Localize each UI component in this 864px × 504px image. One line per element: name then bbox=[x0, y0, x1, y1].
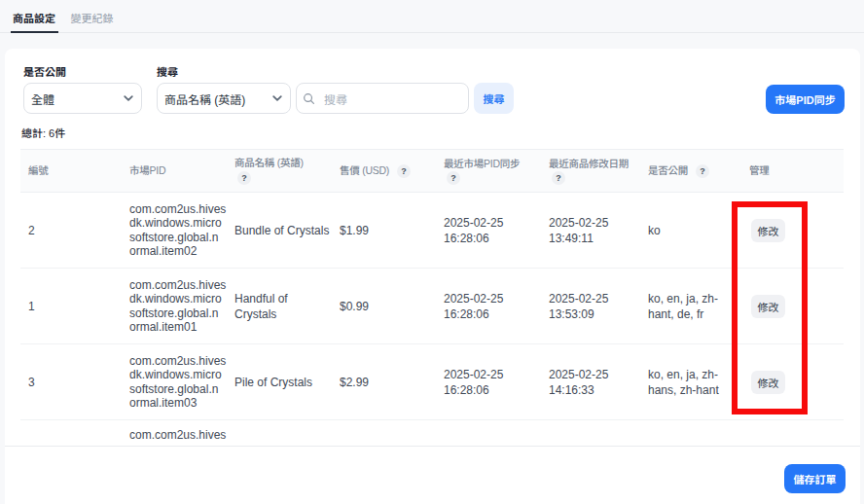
cell-number: 3 bbox=[20, 344, 122, 420]
cell-manage: 修改 bbox=[741, 269, 844, 344]
visibility-select-value: 全體 bbox=[31, 90, 54, 107]
cell-number: 1 bbox=[20, 269, 122, 344]
tab-bar: 商品設定 變更紀錄 bbox=[0, 0, 864, 33]
table-row: 1 com.com2us.hives dk.windows.micro soft… bbox=[20, 269, 844, 344]
edit-button[interactable]: 修改 bbox=[751, 219, 785, 242]
cell-product-name: Handful of Crystals bbox=[227, 269, 332, 344]
cell-product-name: Pile of Crystals bbox=[227, 344, 332, 420]
cell-last-sync: 2025-02-25 16:28:06 bbox=[436, 193, 541, 269]
col-header-number: 編號 bbox=[20, 150, 122, 193]
cell-visibility: ko bbox=[640, 193, 741, 269]
table-header-row: 編號 市場PID 商品名稱 (英語)? 售價 (USD)? 最近市場PID同步?… bbox=[20, 150, 844, 193]
search-field-select[interactable]: 商品名稱 (英語) bbox=[157, 83, 291, 114]
content-panel: 是否公開 搜尋 全體 商品名稱 (英語) 搜尋 搜尋 市場PID同步 bbox=[5, 49, 860, 504]
cell-visibility: ko, en, ja, zh-hans, zh-hant bbox=[640, 344, 741, 420]
help-icon[interactable]: ? bbox=[696, 164, 709, 178]
cell-product-name: Bundle of Crystals bbox=[227, 193, 332, 269]
help-icon[interactable]: ? bbox=[447, 171, 460, 185]
save-order-button[interactable]: 儲存訂單 bbox=[784, 464, 846, 493]
tab-change-history[interactable]: 變更紀錄 bbox=[68, 0, 116, 33]
cell-last-sync: 2025-02-25 16:28:06 bbox=[436, 344, 541, 420]
cell-price: $2.99 bbox=[332, 344, 436, 420]
tab-product-settings[interactable]: 商品設定 bbox=[11, 0, 58, 33]
chevron-down-icon bbox=[123, 92, 134, 104]
help-icon[interactable]: ? bbox=[237, 171, 251, 185]
product-table: 編號 市場PID 商品名稱 (英語)? 售價 (USD)? 最近市場PID同步?… bbox=[20, 149, 844, 446]
col-header-market-pid: 市場PID bbox=[122, 150, 227, 193]
cell-manage: 修改 bbox=[741, 193, 844, 269]
cell-visibility: ko, en, ja, zh-hant, de, fr bbox=[640, 269, 741, 344]
search-filter-label: 搜尋 bbox=[157, 65, 178, 79]
cell-manage: 修改 bbox=[741, 344, 844, 420]
cell-last-modified: 2025-02-25 14:16:33 bbox=[541, 344, 640, 420]
col-header-product-name: 商品名稱 (英語)? bbox=[227, 150, 332, 193]
table-row: 2 com.com2us.hives dk.windows.micro soft… bbox=[20, 193, 844, 269]
cell-last-modified: 2025-02-25 13:53:09 bbox=[541, 269, 640, 344]
visibility-filter-label: 是否公開 bbox=[23, 65, 66, 79]
cell-number: 2 bbox=[20, 193, 122, 269]
search-input[interactable]: 搜尋 bbox=[296, 83, 469, 114]
cell-market-pid: com.com2us.hives dk.windows.micro softst… bbox=[122, 193, 227, 269]
search-input-placeholder: 搜尋 bbox=[324, 90, 347, 107]
market-pid-sync-button[interactable]: 市場PID同步 bbox=[766, 85, 845, 114]
cell-last-modified: 2025-02-25 13:49:11 bbox=[541, 193, 640, 269]
filter-bar: 是否公開 搜尋 全體 商品名稱 (英語) 搜尋 搜尋 市場PID同步 bbox=[23, 64, 845, 162]
col-header-last-modified: 最近商品修改日期? bbox=[541, 150, 640, 193]
cell-number bbox=[20, 420, 122, 447]
visibility-select[interactable]: 全體 bbox=[23, 83, 142, 114]
cell-price: $1.99 bbox=[332, 193, 436, 269]
cell-market-pid: com.com2us.hives dk.windows.micro softst… bbox=[122, 269, 227, 344]
chevron-down-icon bbox=[271, 92, 283, 104]
help-icon[interactable]: ? bbox=[397, 164, 411, 178]
search-button[interactable]: 搜尋 bbox=[474, 83, 514, 114]
product-settings-page: 商品設定 變更紀錄 是否公開 搜尋 全體 商品名稱 (英語) 搜尋 搜 bbox=[0, 0, 864, 504]
search-icon bbox=[303, 92, 315, 105]
cell-price: $0.99 bbox=[332, 269, 436, 344]
edit-button[interactable]: 修改 bbox=[751, 295, 785, 318]
filter-controls: 全體 商品名稱 (英語) 搜尋 搜尋 市場PID同步 bbox=[23, 83, 845, 113]
edit-button[interactable]: 修改 bbox=[751, 371, 785, 394]
help-icon[interactable]: ? bbox=[552, 171, 565, 185]
cell-market-pid: com.com2us.hives bbox=[122, 420, 227, 447]
col-header-manage: 管理 bbox=[741, 150, 844, 193]
product-table-wrap: 編號 市場PID 商品名稱 (英語)? 售價 (USD)? 最近市場PID同步?… bbox=[20, 149, 844, 446]
search-field-select-value: 商品名稱 (英語) bbox=[164, 90, 245, 107]
table-row: 3 com.com2us.hives dk.windows.micro soft… bbox=[20, 344, 844, 420]
col-header-last-sync: 最近市場PID同步? bbox=[436, 150, 541, 193]
cell-market-pid: com.com2us.hives dk.windows.micro softst… bbox=[122, 344, 227, 420]
cell-last-sync: 2025-02-25 16:28:06 bbox=[436, 269, 541, 344]
footer-bar: 儲存訂單 bbox=[5, 446, 860, 504]
total-count: 總計: 6件 bbox=[21, 125, 65, 140]
table-row-partial: com.com2us.hives bbox=[20, 420, 844, 447]
col-header-price: 售價 (USD)? bbox=[332, 150, 436, 193]
col-header-visibility: 是否公開? bbox=[640, 150, 741, 193]
